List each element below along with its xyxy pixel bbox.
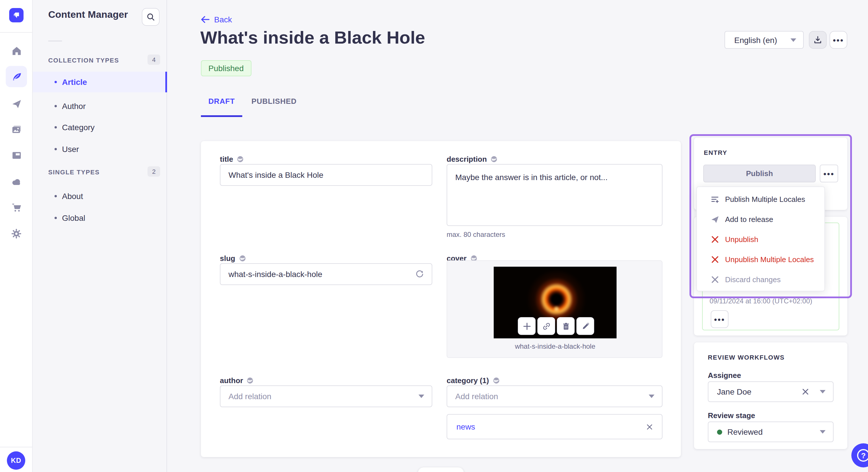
ellipsis-icon: ••• (714, 318, 725, 320)
category-relation-item: news (446, 414, 662, 439)
slug-field-label: slug (220, 254, 246, 263)
trash-icon (562, 322, 570, 330)
menu-item-unpublish-multiple-locales[interactable]: Unpublish Multiple Locales (697, 249, 825, 270)
tab-published[interactable]: PUBLISHED (251, 97, 297, 105)
description-helper-text: max. 80 characters (446, 231, 505, 239)
chevron-down-icon (820, 390, 826, 394)
bullet-icon (55, 217, 57, 219)
sidebar-item-settings[interactable] (6, 223, 27, 244)
globe-icon (490, 156, 498, 163)
review-workflows-heading: REVIEW WORKFLOWS (708, 354, 785, 361)
scheduled-date-text: 09/11/2024 at 16:00 (UTC+02:00) (710, 297, 833, 305)
sidebar-item-about[interactable]: About (33, 186, 167, 206)
sidebar-item-home[interactable] (6, 40, 27, 61)
description-field-label: description (446, 155, 498, 164)
export-button[interactable] (809, 31, 827, 49)
bullet-icon (55, 126, 57, 129)
app-root: KD Content Manager COLLECTION TYPES 4 Ar… (0, 0, 868, 472)
ellipsis-icon: ••• (824, 172, 834, 175)
gear-icon (11, 228, 22, 239)
menu-item-discard-changes[interactable]: Discard changes (697, 270, 825, 290)
sidebar-item-marketplace[interactable] (6, 197, 27, 218)
menu-item-publish-multiple-locales[interactable]: Publish Multiple Locales (697, 189, 825, 209)
entry-more-button[interactable]: ••• (820, 165, 838, 182)
x-icon (710, 256, 719, 263)
arrow-left-icon (201, 15, 210, 24)
globe-icon (237, 156, 244, 163)
add-asset-button[interactable] (518, 317, 536, 335)
search-button[interactable] (142, 8, 160, 26)
expand-pill[interactable] (418, 467, 464, 472)
back-label: Back (214, 15, 232, 24)
edit-asset-button[interactable] (577, 317, 594, 335)
strapi-logo[interactable] (9, 8, 24, 22)
author-relation-select[interactable]: Add relation (220, 385, 432, 407)
assignee-label: Assignee (708, 371, 741, 380)
sidebar-item-releases[interactable] (6, 93, 27, 114)
clear-assignee-icon[interactable] (802, 388, 809, 395)
sidebar-item-deploy[interactable] (6, 171, 27, 192)
tab-draft[interactable]: DRAFT (208, 97, 235, 105)
category-field-label: category (1) (446, 376, 500, 385)
divider (0, 32, 33, 33)
sidebar-item-label: Article (62, 77, 87, 87)
bullet-icon (55, 195, 57, 197)
sidebar-item-content-type-builder[interactable] (6, 144, 27, 166)
back-link[interactable]: Back (201, 15, 232, 24)
category-relation-select[interactable]: Add relation (446, 385, 662, 407)
chevron-down-icon (649, 395, 654, 398)
user-avatar[interactable]: KD (7, 451, 25, 470)
refresh-icon (415, 270, 424, 279)
bullet-icon (55, 105, 57, 107)
link-icon (542, 322, 550, 330)
divider (48, 41, 62, 41)
sidebar-item-user[interactable]: User (33, 139, 167, 160)
sidebar-item-author[interactable]: Author (33, 96, 167, 116)
cover-toolbar (518, 317, 594, 335)
active-tab-indicator (201, 115, 242, 117)
help-button[interactable]: ? (851, 443, 868, 467)
strapi-logo-icon (11, 10, 21, 20)
sidebar-item-category[interactable]: Category (33, 117, 167, 138)
search-icon (146, 12, 155, 21)
paper-plane-icon (710, 215, 719, 224)
review-workflows-panel: REVIEW WORKFLOWS Assignee Jane Doe Revie… (694, 342, 847, 449)
main-nav-rail: KD (0, 0, 33, 472)
content-manager-subnav: Content Manager COLLECTION TYPES 4 Artic… (33, 0, 167, 472)
review-stage-label: Review stage (708, 411, 755, 420)
slug-input[interactable] (220, 263, 432, 285)
images-icon (11, 124, 22, 134)
scheduled-more-button[interactable]: ••• (711, 310, 728, 328)
regenerate-slug-button[interactable] (415, 270, 424, 281)
subnav-title: Content Manager (48, 9, 128, 21)
locale-select-value: English (en) (734, 35, 777, 44)
sidebar-item-article[interactable]: Article (33, 72, 167, 92)
ellipsis-icon: ••• (833, 39, 844, 41)
title-input[interactable] (220, 164, 432, 186)
locale-select[interactable]: English (en) (724, 31, 804, 49)
category-tag-news[interactable]: news (456, 422, 475, 431)
question-icon: ? (857, 449, 868, 462)
sidebar-item-label: About (62, 192, 83, 201)
category-relation-placeholder: Add relation (455, 392, 498, 401)
header-more-button[interactable]: ••• (830, 31, 847, 49)
x-icon (710, 276, 719, 283)
menu-item-add-to-release[interactable]: Add to release (697, 209, 825, 229)
chevron-down-icon (790, 38, 796, 42)
paper-plane-icon (11, 98, 22, 109)
copy-link-button[interactable] (537, 317, 555, 335)
entry-panel-heading: ENTRY (704, 149, 727, 156)
publish-button[interactable]: Publish (703, 165, 816, 182)
menu-item-unpublish[interactable]: Unpublish (697, 229, 825, 249)
cart-icon (11, 202, 22, 212)
sidebar-item-global[interactable]: Global (33, 208, 167, 228)
sidebar-item-content-manager[interactable] (6, 66, 27, 87)
assignee-select[interactable]: Jane Doe (708, 381, 834, 402)
delete-asset-button[interactable] (557, 317, 575, 335)
remove-relation-icon[interactable] (646, 424, 653, 430)
sidebar-item-media-library[interactable] (6, 119, 27, 140)
layout-icon (11, 150, 22, 160)
description-textarea[interactable]: Maybe the answer is in this article, or … (446, 164, 662, 226)
review-stage-select[interactable]: Reviewed (708, 422, 834, 442)
assignee-value: Jane Doe (717, 387, 751, 396)
